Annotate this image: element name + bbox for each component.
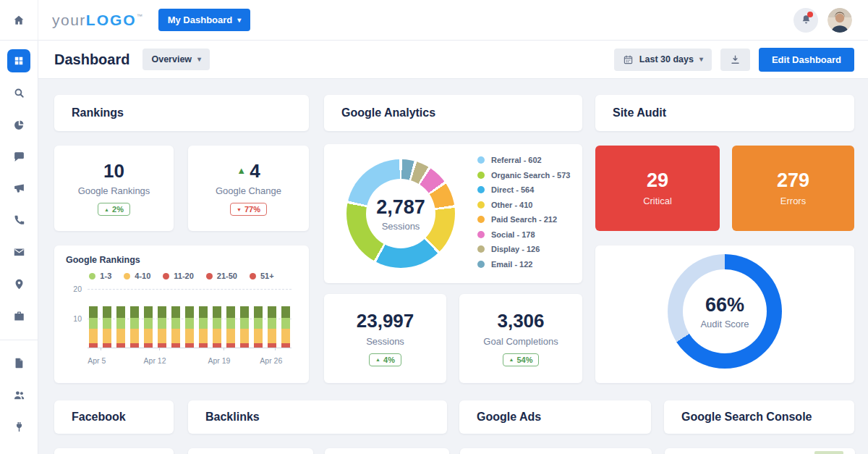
sidebar-item-phone[interactable] — [9, 211, 28, 230]
google-rankings-stat-card: 10 Google Rankings 2% — [54, 146, 174, 231]
bar-segment-1-3-dark — [171, 306, 180, 317]
rankings-plot: 1020Apr 5Apr 12Apr 19Apr 26 — [88, 289, 292, 348]
bar-segment-4-10 — [103, 329, 111, 343]
sidebar-item-briefcase[interactable] — [9, 306, 28, 325]
stacked-bar — [213, 306, 221, 348]
google-change-stat-card: ▲4 Google Change 77% — [188, 146, 309, 231]
stacked-bar — [158, 306, 166, 348]
stacked-bar — [254, 306, 263, 348]
legend-label: 1-3 — [100, 272, 111, 280]
x-axis-label: Apr 19 — [208, 356, 230, 365]
bar-segment-11-20 — [116, 343, 125, 348]
phone-icon — [13, 214, 25, 227]
x-axis-tick — [275, 348, 276, 350]
bar-segment-1-3-dark — [103, 306, 111, 317]
legend-dot — [477, 201, 485, 209]
bar-segment-1-3 — [254, 318, 263, 329]
bar-segment-4-10 — [213, 329, 221, 343]
sidebar-item-megaphone[interactable] — [9, 179, 28, 198]
user-avatar[interactable] — [827, 8, 852, 33]
home-button[interactable] — [0, 0, 38, 41]
legend-label: 21-50 — [217, 272, 237, 280]
megaphone-icon — [13, 182, 25, 195]
critical-issues-card: 29 Critical — [595, 146, 720, 231]
legend-item: 11-20 — [163, 272, 194, 280]
sidebar-item-dashboard-grid[interactable] — [7, 49, 30, 72]
bar-segment-1-3-dark — [213, 306, 221, 317]
sidebar-item-pie-chart[interactable] — [9, 115, 28, 134]
sidebar-item-comment[interactable] — [9, 147, 28, 166]
my-dashboard-label: My Dashboard — [168, 14, 233, 25]
sidebar-item-file[interactable] — [9, 353, 28, 372]
sessions-value: 23,997 — [357, 311, 414, 332]
date-range-dropdown[interactable]: Last 30 days ▾ — [614, 49, 712, 71]
facebook-section-title: Facebook — [72, 411, 126, 424]
stacked-bar — [199, 306, 208, 348]
legend-label: Social - 178 — [491, 230, 535, 239]
stacked-bar — [185, 306, 194, 348]
plug-icon — [13, 421, 25, 433]
stacked-bar — [103, 306, 111, 348]
stacked-bar — [226, 306, 235, 348]
google-rankings-label: Google Rankings — [78, 185, 150, 196]
x-axis-tick — [159, 348, 160, 350]
bar-segment-4-10 — [116, 329, 125, 343]
legend-dot — [89, 273, 95, 279]
bar-segment-4-10 — [226, 329, 235, 343]
gsc-section-title-card: Google Search Console — [664, 400, 854, 434]
legend-item: 21-50 — [206, 272, 237, 280]
view-selector-dropdown[interactable]: Overview ▾ — [142, 49, 210, 70]
sidebar-item-location-pin[interactable] — [9, 274, 28, 293]
bar-segment-1-3-dark — [199, 306, 208, 317]
backlinks-section-title-card: Backlinks — [188, 400, 447, 434]
download-button[interactable] — [720, 49, 750, 71]
x-axis-label: Apr 5 — [88, 356, 106, 365]
page-title: Dashboard — [54, 51, 129, 68]
bar-segment-1-3-dark — [240, 306, 249, 317]
legend-item: Organic Search - 573 — [477, 171, 570, 180]
google-rankings-value: 10 — [103, 161, 124, 182]
stacked-bar — [171, 306, 180, 348]
legend-label: Email - 122 — [491, 260, 532, 269]
up-arrow-icon — [104, 207, 109, 212]
sidebar-item-plug[interactable] — [9, 417, 28, 436]
sidebar-item-users[interactable] — [9, 385, 28, 404]
y-axis-label: 20 — [66, 285, 82, 293]
pie-chart-icon — [13, 119, 25, 131]
bar-segment-1-3-dark — [116, 306, 125, 317]
bar-segment-4-10 — [185, 329, 194, 343]
google-change-value: 4 — [250, 161, 260, 182]
bar-segment-1-3 — [89, 318, 98, 329]
logo-prefix: your — [52, 12, 86, 29]
notification-dot — [807, 12, 813, 17]
goal-completions-badge: 54% — [503, 353, 540, 366]
site-audit-section-title-card: Site Audit — [595, 95, 854, 131]
sessions-label: Sessions — [366, 336, 404, 347]
rankings-section-title: Rankings — [72, 106, 124, 119]
bar-segment-11-20 — [281, 343, 290, 348]
legend-item: Direct - 564 — [477, 185, 570, 194]
legend-dot — [163, 273, 169, 279]
my-dashboard-button[interactable]: My Dashboard ▾ — [158, 9, 251, 31]
logo-trademark: ™ — [137, 13, 142, 20]
notifications-button[interactable] — [793, 8, 818, 33]
bar-segment-1-3 — [116, 318, 125, 329]
bar-segment-1-3-dark — [144, 306, 153, 317]
errors-card: 279 Errors — [732, 146, 854, 231]
date-range-label: Last 30 days — [639, 54, 694, 64]
comment-icon — [13, 151, 25, 163]
sidebar-item-envelope[interactable] — [9, 243, 28, 261]
bar-segment-4-10 — [171, 329, 180, 343]
edit-dashboard-label: Edit Dashboard — [772, 54, 841, 65]
search-icon — [13, 87, 25, 99]
legend-dot — [477, 186, 485, 193]
edit-dashboard-button[interactable]: Edit Dashboard — [759, 48, 854, 72]
dashboard-grid-icon — [12, 54, 25, 67]
backlinks-section-title: Backlinks — [205, 411, 260, 424]
bottom-sections-row: Facebook Backlinks Google Ads Google Sea… — [54, 400, 868, 434]
bar-segment-4-10 — [254, 329, 263, 343]
x-axis-label: Apr 26 — [260, 356, 282, 365]
brand-logo[interactable]: yourLOGO™ — [52, 12, 142, 29]
legend-label: 11-20 — [174, 272, 194, 280]
sidebar-item-search[interactable] — [9, 83, 28, 102]
